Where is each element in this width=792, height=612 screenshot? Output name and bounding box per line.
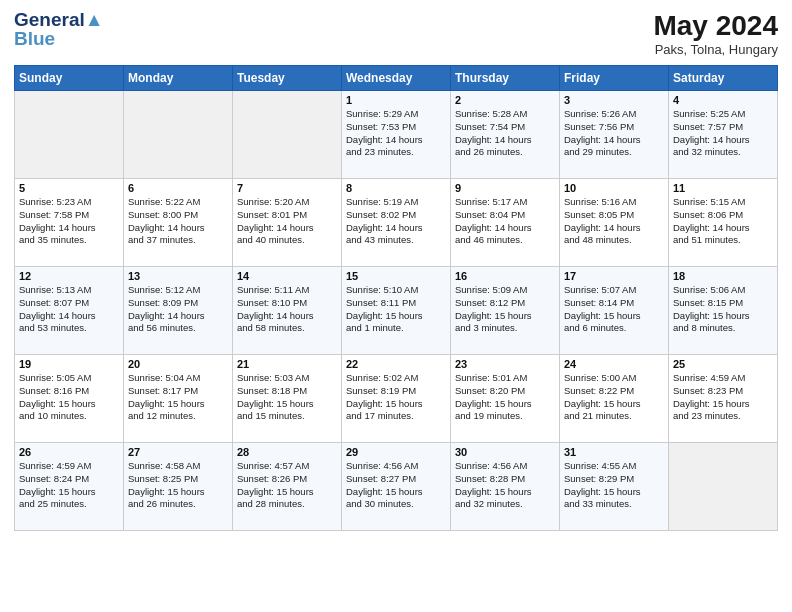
day-number: 15 xyxy=(346,270,446,282)
calendar-cell: 30Sunrise: 4:56 AM Sunset: 8:28 PM Dayli… xyxy=(451,443,560,531)
calendar-cell: 18Sunrise: 5:06 AM Sunset: 8:15 PM Dayli… xyxy=(669,267,778,355)
cell-text: Sunrise: 5:06 AM Sunset: 8:15 PM Dayligh… xyxy=(673,284,773,335)
day-number: 25 xyxy=(673,358,773,370)
logo: General▲ Blue xyxy=(14,10,104,50)
calendar-cell: 22Sunrise: 5:02 AM Sunset: 8:19 PM Dayli… xyxy=(342,355,451,443)
logo-blue: Blue xyxy=(14,29,104,50)
calendar-cell: 11Sunrise: 5:15 AM Sunset: 8:06 PM Dayli… xyxy=(669,179,778,267)
calendar-cell: 2Sunrise: 5:28 AM Sunset: 7:54 PM Daylig… xyxy=(451,91,560,179)
cell-text: Sunrise: 5:10 AM Sunset: 8:11 PM Dayligh… xyxy=(346,284,446,335)
day-header-monday: Monday xyxy=(124,66,233,91)
calendar-cell xyxy=(669,443,778,531)
cell-text: Sunrise: 5:23 AM Sunset: 7:58 PM Dayligh… xyxy=(19,196,119,247)
header: General▲ Blue May 2024 Paks, Tolna, Hung… xyxy=(14,10,778,57)
day-number: 27 xyxy=(128,446,228,458)
day-number: 26 xyxy=(19,446,119,458)
calendar-cell: 5Sunrise: 5:23 AM Sunset: 7:58 PM Daylig… xyxy=(15,179,124,267)
cell-text: Sunrise: 4:59 AM Sunset: 8:23 PM Dayligh… xyxy=(673,372,773,423)
calendar-cell: 19Sunrise: 5:05 AM Sunset: 8:16 PM Dayli… xyxy=(15,355,124,443)
day-number: 14 xyxy=(237,270,337,282)
calendar-cell: 28Sunrise: 4:57 AM Sunset: 8:26 PM Dayli… xyxy=(233,443,342,531)
cell-text: Sunrise: 5:07 AM Sunset: 8:14 PM Dayligh… xyxy=(564,284,664,335)
cell-text: Sunrise: 4:59 AM Sunset: 8:24 PM Dayligh… xyxy=(19,460,119,511)
cell-text: Sunrise: 5:22 AM Sunset: 8:00 PM Dayligh… xyxy=(128,196,228,247)
day-number: 7 xyxy=(237,182,337,194)
cell-text: Sunrise: 5:12 AM Sunset: 8:09 PM Dayligh… xyxy=(128,284,228,335)
day-number: 9 xyxy=(455,182,555,194)
day-number: 19 xyxy=(19,358,119,370)
day-header-thursday: Thursday xyxy=(451,66,560,91)
calendar-cell: 10Sunrise: 5:16 AM Sunset: 8:05 PM Dayli… xyxy=(560,179,669,267)
calendar-week-4: 19Sunrise: 5:05 AM Sunset: 8:16 PM Dayli… xyxy=(15,355,778,443)
calendar-cell: 3Sunrise: 5:26 AM Sunset: 7:56 PM Daylig… xyxy=(560,91,669,179)
cell-text: Sunrise: 4:58 AM Sunset: 8:25 PM Dayligh… xyxy=(128,460,228,511)
calendar-header-row: SundayMondayTuesdayWednesdayThursdayFrid… xyxy=(15,66,778,91)
day-number: 5 xyxy=(19,182,119,194)
cell-text: Sunrise: 5:26 AM Sunset: 7:56 PM Dayligh… xyxy=(564,108,664,159)
calendar-cell: 9Sunrise: 5:17 AM Sunset: 8:04 PM Daylig… xyxy=(451,179,560,267)
cell-text: Sunrise: 5:25 AM Sunset: 7:57 PM Dayligh… xyxy=(673,108,773,159)
calendar-cell: 12Sunrise: 5:13 AM Sunset: 8:07 PM Dayli… xyxy=(15,267,124,355)
calendar-cell: 24Sunrise: 5:00 AM Sunset: 8:22 PM Dayli… xyxy=(560,355,669,443)
calendar-cell: 13Sunrise: 5:12 AM Sunset: 8:09 PM Dayli… xyxy=(124,267,233,355)
cell-text: Sunrise: 5:19 AM Sunset: 8:02 PM Dayligh… xyxy=(346,196,446,247)
day-number: 18 xyxy=(673,270,773,282)
cell-text: Sunrise: 5:05 AM Sunset: 8:16 PM Dayligh… xyxy=(19,372,119,423)
cell-text: Sunrise: 4:55 AM Sunset: 8:29 PM Dayligh… xyxy=(564,460,664,511)
cell-text: Sunrise: 5:29 AM Sunset: 7:53 PM Dayligh… xyxy=(346,108,446,159)
calendar-cell: 27Sunrise: 4:58 AM Sunset: 8:25 PM Dayli… xyxy=(124,443,233,531)
day-number: 16 xyxy=(455,270,555,282)
calendar-cell: 31Sunrise: 4:55 AM Sunset: 8:29 PM Dayli… xyxy=(560,443,669,531)
cell-text: Sunrise: 5:16 AM Sunset: 8:05 PM Dayligh… xyxy=(564,196,664,247)
calendar-week-5: 26Sunrise: 4:59 AM Sunset: 8:24 PM Dayli… xyxy=(15,443,778,531)
title-block: May 2024 Paks, Tolna, Hungary xyxy=(653,10,778,57)
cell-text: Sunrise: 5:20 AM Sunset: 8:01 PM Dayligh… xyxy=(237,196,337,247)
cell-text: Sunrise: 5:04 AM Sunset: 8:17 PM Dayligh… xyxy=(128,372,228,423)
calendar-cell: 16Sunrise: 5:09 AM Sunset: 8:12 PM Dayli… xyxy=(451,267,560,355)
cell-text: Sunrise: 5:15 AM Sunset: 8:06 PM Dayligh… xyxy=(673,196,773,247)
day-number: 28 xyxy=(237,446,337,458)
page: General▲ Blue May 2024 Paks, Tolna, Hung… xyxy=(0,0,792,612)
day-header-saturday: Saturday xyxy=(669,66,778,91)
cell-text: Sunrise: 5:13 AM Sunset: 8:07 PM Dayligh… xyxy=(19,284,119,335)
calendar-week-3: 12Sunrise: 5:13 AM Sunset: 8:07 PM Dayli… xyxy=(15,267,778,355)
cell-text: Sunrise: 5:01 AM Sunset: 8:20 PM Dayligh… xyxy=(455,372,555,423)
day-header-sunday: Sunday xyxy=(15,66,124,91)
location: Paks, Tolna, Hungary xyxy=(653,42,778,57)
calendar-cell: 6Sunrise: 5:22 AM Sunset: 8:00 PM Daylig… xyxy=(124,179,233,267)
cell-text: Sunrise: 4:56 AM Sunset: 8:28 PM Dayligh… xyxy=(455,460,555,511)
calendar-cell: 14Sunrise: 5:11 AM Sunset: 8:10 PM Dayli… xyxy=(233,267,342,355)
day-number: 29 xyxy=(346,446,446,458)
calendar-cell xyxy=(124,91,233,179)
cell-text: Sunrise: 5:17 AM Sunset: 8:04 PM Dayligh… xyxy=(455,196,555,247)
day-number: 13 xyxy=(128,270,228,282)
cell-text: Sunrise: 4:57 AM Sunset: 8:26 PM Dayligh… xyxy=(237,460,337,511)
calendar-cell: 1Sunrise: 5:29 AM Sunset: 7:53 PM Daylig… xyxy=(342,91,451,179)
calendar-cell: 4Sunrise: 5:25 AM Sunset: 7:57 PM Daylig… xyxy=(669,91,778,179)
calendar-cell: 7Sunrise: 5:20 AM Sunset: 8:01 PM Daylig… xyxy=(233,179,342,267)
day-number: 31 xyxy=(564,446,664,458)
calendar-cell: 23Sunrise: 5:01 AM Sunset: 8:20 PM Dayli… xyxy=(451,355,560,443)
day-number: 4 xyxy=(673,94,773,106)
calendar-cell xyxy=(15,91,124,179)
calendar: SundayMondayTuesdayWednesdayThursdayFrid… xyxy=(14,65,778,531)
cell-text: Sunrise: 5:28 AM Sunset: 7:54 PM Dayligh… xyxy=(455,108,555,159)
cell-text: Sunrise: 5:00 AM Sunset: 8:22 PM Dayligh… xyxy=(564,372,664,423)
month-year: May 2024 xyxy=(653,10,778,42)
day-number: 21 xyxy=(237,358,337,370)
day-number: 23 xyxy=(455,358,555,370)
day-header-wednesday: Wednesday xyxy=(342,66,451,91)
calendar-cell: 8Sunrise: 5:19 AM Sunset: 8:02 PM Daylig… xyxy=(342,179,451,267)
calendar-cell: 26Sunrise: 4:59 AM Sunset: 8:24 PM Dayli… xyxy=(15,443,124,531)
calendar-week-1: 1Sunrise: 5:29 AM Sunset: 7:53 PM Daylig… xyxy=(15,91,778,179)
day-header-tuesday: Tuesday xyxy=(233,66,342,91)
day-number: 6 xyxy=(128,182,228,194)
calendar-cell: 20Sunrise: 5:04 AM Sunset: 8:17 PM Dayli… xyxy=(124,355,233,443)
calendar-cell: 21Sunrise: 5:03 AM Sunset: 8:18 PM Dayli… xyxy=(233,355,342,443)
day-number: 22 xyxy=(346,358,446,370)
day-number: 10 xyxy=(564,182,664,194)
calendar-cell: 15Sunrise: 5:10 AM Sunset: 8:11 PM Dayli… xyxy=(342,267,451,355)
cell-text: Sunrise: 5:03 AM Sunset: 8:18 PM Dayligh… xyxy=(237,372,337,423)
cell-text: Sunrise: 4:56 AM Sunset: 8:27 PM Dayligh… xyxy=(346,460,446,511)
day-number: 3 xyxy=(564,94,664,106)
